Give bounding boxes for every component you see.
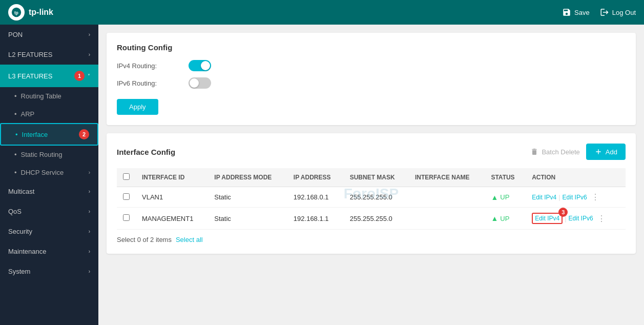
row1-edit-ipv4-button[interactable]: Edit IPv4 — [532, 194, 556, 201]
sidebar-item-l2features-label: L2 FEATURES — [8, 51, 52, 58]
sidebar-item-pon[interactable]: PON › — [0, 25, 98, 45]
row1-checkbox[interactable] — [123, 193, 130, 200]
row2-interface-id: MANAGEMENT1 — [136, 208, 208, 230]
th-ip-address: IP ADDRESS — [287, 168, 344, 187]
sidebar-subitem-arp[interactable]: • ARP — [0, 105, 98, 123]
ipv6-routing-label: IPv6 Routing: — [117, 79, 189, 87]
apply-button[interactable]: Apply — [117, 99, 158, 115]
row1-action-btns: Edit IPv4 | Edit IPv6 ⋮ — [532, 192, 619, 202]
row1-ip-address: 192.168.0.1 — [287, 187, 344, 208]
interface-card-header: Interface Config Batch Delete Add — [117, 144, 626, 160]
sidebar-subitem-routing-table[interactable]: • Routing Table — [0, 87, 98, 105]
row2-status: ▲ UP — [485, 208, 526, 230]
chevron-right-icon: › — [89, 269, 90, 274]
row1-subnet-mask: 255.255.255.0 — [344, 187, 409, 208]
row2-more-button[interactable]: ⋮ — [595, 214, 608, 224]
row2-status-label: UP — [500, 215, 509, 222]
action-separator: | — [558, 193, 560, 201]
table-header-row: INTERFACE ID IP ADDRESS MODE IP ADDRESS … — [117, 168, 626, 187]
routing-config-card: Routing Config IPv4 Routing: IPv6 Routin… — [107, 33, 636, 125]
select-info: Select 0 of 2 items Select all — [117, 236, 626, 243]
header-actions: Save Log Out — [562, 8, 636, 17]
ipv4-toggle-track — [189, 60, 211, 71]
dot-icon: • — [14, 151, 17, 158]
row1-more-button[interactable]: ⋮ — [589, 192, 601, 202]
sidebar-item-pon-label: PON — [8, 31, 23, 38]
sidebar-item-maintenance[interactable]: Maintenance › — [0, 241, 98, 261]
select-all-checkbox[interactable] — [123, 173, 130, 180]
th-checkbox — [117, 168, 136, 187]
sidebar-item-l3features-label: L3 FEATURES — [8, 72, 52, 80]
sidebar-item-l2features[interactable]: L2 FEATURES › — [0, 45, 98, 65]
ipv6-routing-toggle[interactable] — [189, 77, 211, 89]
chevron-right-icon: › — [89, 52, 90, 57]
ipv6-toggle-thumb — [190, 78, 199, 88]
interface-card-actions: Batch Delete Add — [530, 144, 626, 160]
interface-config-card: Interface Config Batch Delete Add — [107, 133, 636, 254]
dot-icon: • — [15, 131, 18, 138]
ipv4-routing-toggle[interactable] — [189, 60, 211, 71]
row1-ip-mode: Static — [208, 187, 287, 208]
row1-interface-name — [409, 187, 485, 208]
add-button[interactable]: Add — [586, 144, 626, 160]
routing-config-title: Routing Config — [117, 43, 626, 52]
logout-button[interactable]: Log Out — [600, 8, 636, 17]
row2-checkbox-cell — [117, 208, 136, 230]
sidebar-subitem-interface[interactable]: • Interface 2 — [0, 123, 98, 146]
table-row: VLAN1 Static 192.168.0.1 255.255.255.0 ▲… — [117, 187, 626, 208]
th-status: STATUS — [485, 168, 526, 187]
sidebar: PON › L2 FEATURES › L3 FEATURES 1 ˅ • Ro… — [0, 25, 98, 325]
select-count-label: Select 0 of 2 items — [117, 236, 172, 243]
row1-edit-ipv6-button[interactable]: Edit IPv6 — [563, 194, 587, 201]
interface-table: INTERFACE ID IP ADDRESS MODE IP ADDRESS … — [117, 168, 626, 230]
th-action: ACTION — [526, 168, 626, 187]
row2-ip-address: 192.168.1.1 — [287, 208, 344, 230]
sidebar-subitem-static-routing-label: Static Routing — [21, 151, 63, 158]
sidebar-item-security[interactable]: Security › — [0, 221, 98, 241]
interface-config-title: Interface Config — [117, 148, 175, 156]
logo-icon: tp — [8, 4, 25, 21]
th-subnet-mask: SUBNET MASK — [344, 168, 409, 187]
th-interface-name: INTERFACE NAME — [409, 168, 485, 187]
th-ip-mode: IP ADDRESS MODE — [208, 168, 287, 187]
row1-status: ▲ UP — [485, 187, 526, 208]
row2-checkbox[interactable] — [123, 214, 130, 221]
sidebar-item-system-label: System — [8, 268, 30, 275]
row2-edit-ipv6-button[interactable]: Edit IPv6 — [569, 215, 593, 222]
table-row: MANAGEMENT1 Static 192.168.1.1 255.255.2… — [117, 208, 626, 230]
ipv4-routing-label: IPv4 Routing: — [117, 62, 189, 70]
row2-edit-ipv4-button[interactable]: Edit IPv4 3 — [532, 213, 563, 224]
sidebar-item-maintenance-label: Maintenance — [8, 248, 46, 255]
sidebar-subitem-arp-label: ARP — [21, 110, 35, 118]
sidebar-subitem-static-routing[interactable]: • Static Routing — [0, 146, 98, 164]
sidebar-item-security-label: Security — [8, 228, 32, 235]
row2-action-btns: Edit IPv4 3 | Edit IPv6 ⋮ — [532, 213, 619, 224]
logo-text: tp-link — [29, 8, 53, 17]
sidebar-item-l3features[interactable]: L3 FEATURES 1 ˅ — [0, 65, 98, 87]
chevron-right-icon: › — [89, 249, 90, 254]
sidebar-subitem-routing-table-label: Routing Table — [21, 92, 61, 100]
sidebar-subitem-dhcp-service[interactable]: • DHCP Service › — [0, 164, 98, 181]
chevron-right-icon: › — [89, 209, 90, 214]
interface-badge: 2 — [79, 129, 89, 139]
select-all-link[interactable]: Select all — [176, 236, 203, 243]
batch-delete-label: Batch Delete — [542, 148, 579, 156]
save-button[interactable]: Save — [562, 8, 590, 17]
row2-action: Edit IPv4 3 | Edit IPv6 ⋮ — [526, 208, 626, 230]
sidebar-subitem-dhcp-label: DHCP Service — [21, 169, 64, 176]
logo: tp tp-link — [8, 4, 53, 21]
sidebar-item-system[interactable]: System › — [0, 261, 98, 281]
main-layout: PON › L2 FEATURES › L3 FEATURES 1 ˅ • Ro… — [0, 25, 644, 325]
dot-icon: • — [14, 92, 17, 100]
row1-interface-id: VLAN1 — [136, 187, 208, 208]
batch-delete-button[interactable]: Batch Delete — [530, 148, 579, 156]
chevron-down-icon: ˅ — [88, 73, 90, 79]
ipv4-routing-row: IPv4 Routing: — [117, 60, 626, 71]
row1-action: Edit IPv4 | Edit IPv6 ⋮ — [526, 187, 626, 208]
ipv4-toggle-thumb — [201, 61, 210, 70]
chevron-right-icon: › — [89, 229, 90, 234]
sidebar-item-qos[interactable]: QoS › — [0, 201, 98, 221]
sidebar-item-multicast[interactable]: Multicast › — [0, 181, 98, 201]
row2-subnet-mask: 255.255.255.0 — [344, 208, 409, 230]
logout-label: Log Out — [612, 9, 636, 16]
